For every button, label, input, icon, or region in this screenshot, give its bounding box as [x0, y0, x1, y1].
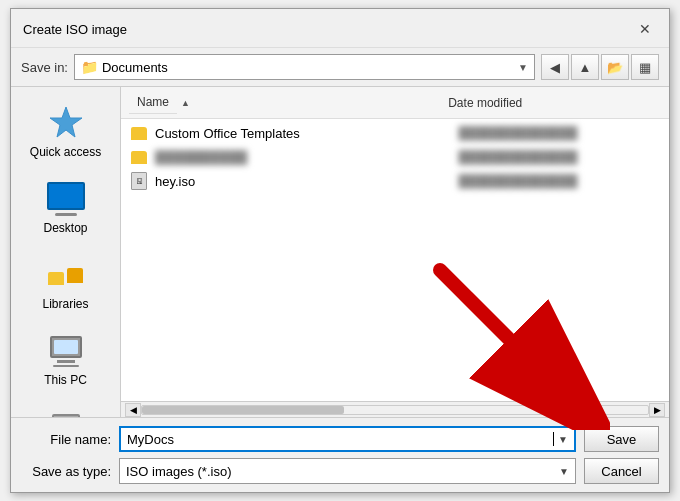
- sidebar-item-label-desktop: Desktop: [43, 221, 87, 235]
- file-list: Custom Office Templates ██████████████ █…: [121, 119, 669, 401]
- sidebar-item-quick-access[interactable]: Quick access: [11, 95, 120, 167]
- svg-marker-0: [50, 107, 82, 137]
- up-button[interactable]: ▲: [571, 54, 599, 80]
- this-pc-icon-area: [42, 331, 90, 371]
- sidebar-item-desktop[interactable]: Desktop: [11, 171, 120, 243]
- content-area: Quick access Desktop: [11, 86, 669, 417]
- view-button[interactable]: ▦: [631, 54, 659, 80]
- sidebar-item-libraries[interactable]: Libraries: [11, 247, 120, 319]
- file-date-cell: ██████████████: [459, 126, 661, 140]
- file-date-cell-3: ██████████████: [459, 174, 661, 188]
- folder-icon: [129, 124, 149, 142]
- title-bar: Create ISO image ✕: [11, 9, 669, 48]
- filename-value: MyDocs: [127, 432, 549, 447]
- table-row[interactable]: 🖫 hey.iso ██████████████: [121, 169, 669, 193]
- table-row[interactable]: ██████████ ██████████████: [121, 145, 669, 169]
- sidebar: Quick access Desktop: [11, 87, 121, 417]
- save-in-label: Save in:: [21, 60, 68, 75]
- libraries-icon-area: [42, 255, 90, 295]
- file-date-cell-2: ██████████████: [459, 150, 661, 164]
- filetype-combo[interactable]: ISO images (*.iso) ▼: [119, 458, 576, 484]
- scroll-right-button[interactable]: ▶: [649, 403, 665, 417]
- current-folder-text: Documents: [102, 60, 514, 75]
- sidebar-item-label-quick-access: Quick access: [30, 145, 101, 159]
- col-name-label: Name: [129, 91, 177, 114]
- file-list-area: Name ▲ Date modified Custom Office Templ…: [121, 87, 669, 417]
- close-button[interactable]: ✕: [633, 17, 657, 41]
- dialog-title: Create ISO image: [23, 22, 127, 37]
- star-icon: [48, 105, 84, 141]
- col-date-label: Date modified: [448, 96, 522, 110]
- horizontal-scrollbar-row: ◀ ▶: [121, 401, 669, 417]
- combo-dropdown-arrow: ▼: [518, 62, 528, 73]
- network-icon-area: [42, 407, 90, 417]
- file-name-cell-3: hey.iso: [155, 174, 459, 189]
- sidebar-item-label-libraries: Libraries: [42, 297, 88, 311]
- filetype-dropdown-arrow[interactable]: ▼: [559, 466, 569, 477]
- scroll-left-button[interactable]: ◀: [125, 403, 141, 417]
- file-name-cell: Custom Office Templates: [155, 126, 459, 141]
- horizontal-scrollbar[interactable]: [141, 405, 649, 415]
- filename-row: File name: MyDocs ▼ Save: [21, 426, 659, 452]
- new-folder-button[interactable]: 📂: [601, 54, 629, 80]
- col-name-header[interactable]: Name ▲: [129, 91, 448, 114]
- filename-dropdown-arrow[interactable]: ▼: [558, 434, 568, 445]
- filetype-row: Save as type: ISO images (*.iso) ▼ Cance…: [21, 458, 659, 484]
- file-list-header[interactable]: Name ▲ Date modified: [121, 87, 669, 119]
- iso-file-icon: 🖫: [129, 172, 149, 190]
- save-in-combo[interactable]: 📁 Documents ▼: [74, 54, 535, 80]
- sidebar-item-this-pc[interactable]: This PC: [11, 323, 120, 395]
- sidebar-item-label-this-pc: This PC: [44, 373, 87, 387]
- sort-arrow-icon: ▲: [181, 98, 190, 108]
- text-cursor: [553, 432, 554, 446]
- desktop-icon-area: [42, 179, 90, 219]
- file-name-cell-2: ██████████: [155, 150, 459, 165]
- folder-combo-icon: 📁: [81, 59, 98, 75]
- filename-combo[interactable]: MyDocs ▼: [119, 426, 576, 452]
- folder-icon: [129, 148, 149, 166]
- quick-access-icon-area: [42, 103, 90, 143]
- back-button[interactable]: ◀: [541, 54, 569, 80]
- create-iso-dialog: Create ISO image ✕ Save in: 📁 Documents …: [10, 8, 670, 493]
- sidebar-item-network[interactable]: Network: [11, 399, 120, 417]
- bottom-fields: File name: MyDocs ▼ Save Save as type: I…: [11, 417, 669, 492]
- scrollbar-thumb: [142, 406, 344, 414]
- cancel-button[interactable]: Cancel: [584, 458, 659, 484]
- toolbar-row: Save in: 📁 Documents ▼ ◀ ▲ 📂 ▦: [11, 48, 669, 86]
- filetype-value: ISO images (*.iso): [126, 464, 555, 479]
- filetype-label: Save as type:: [21, 464, 111, 479]
- col-date-header[interactable]: Date modified: [448, 96, 661, 110]
- save-button[interactable]: Save: [584, 426, 659, 452]
- table-row[interactable]: Custom Office Templates ██████████████: [121, 121, 669, 145]
- filename-label: File name:: [21, 432, 111, 447]
- nav-buttons: ◀ ▲ 📂 ▦: [541, 54, 659, 80]
